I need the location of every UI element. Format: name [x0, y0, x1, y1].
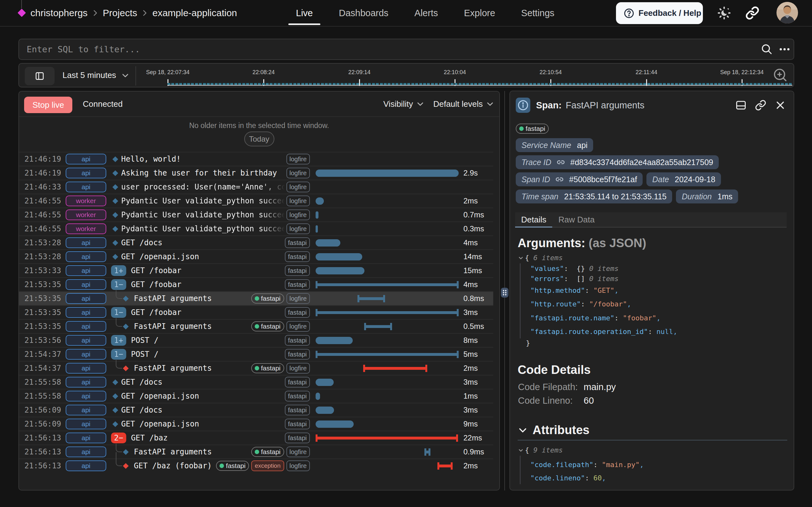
breadcrumb-projects[interactable]: Projects [103, 8, 137, 18]
nav-tab-alerts[interactable]: Alerts [407, 0, 446, 26]
service-tag-api[interactable]: api [66, 418, 106, 429]
service-tag-api[interactable]: api [66, 251, 106, 262]
scope-tag-fastapi[interactable]: fastapi [285, 307, 310, 318]
filter-menu-icon[interactable] [780, 44, 794, 55]
log-row[interactable]: 21:54:37api1−POST /fastapi5ms [19, 347, 493, 361]
log-row[interactable]: 21:46:55workerPydantic User validate_pyt… [19, 208, 493, 222]
scope-tag-fastapi[interactable]: fastapi [285, 279, 310, 290]
log-row[interactable]: 21:56:13apiFastAPI argumentsfastapilogfi… [19, 445, 493, 458]
service-tag-api[interactable]: api [66, 279, 106, 290]
service-tag-worker[interactable]: worker [66, 223, 106, 234]
log-row[interactable]: 21:46:19apiAsking the user for their bir… [19, 166, 493, 180]
service-tag-api[interactable]: api [66, 363, 106, 374]
nav-tab-settings[interactable]: Settings [513, 0, 562, 26]
nav-tab-live[interactable]: Live [288, 0, 320, 26]
theme-toggle-icon[interactable] [717, 6, 731, 20]
scope-tag-fastapi[interactable]: fastapi [285, 405, 310, 415]
log-row[interactable]: 21:54:37apiFastAPI argumentsfastapilogfi… [19, 361, 493, 375]
copy-link-icon[interactable] [745, 6, 759, 20]
scope-tag-fastapi[interactable]: fastapi [285, 237, 310, 248]
service-tag-api[interactable]: api [66, 265, 106, 276]
service-tag-api[interactable]: api [66, 433, 106, 443]
children-count-badge[interactable]: 1− [111, 307, 126, 318]
visibility-dropdown[interactable]: Visibility [383, 99, 424, 109]
log-row[interactable]: 21:46:55workerPydantic User validate_pyt… [19, 222, 493, 235]
breadcrumb-project[interactable]: example-application [152, 8, 237, 18]
fastapi-tag[interactable]: fastapi [251, 293, 284, 303]
children-count-badge[interactable]: 1− [111, 279, 126, 290]
fastapi-tag[interactable]: fastapi [251, 321, 284, 331]
scope-tag-logfire[interactable]: logfire [287, 447, 310, 457]
attributes-heading[interactable]: Attributes [518, 424, 589, 437]
nav-tab-explore[interactable]: Explore [456, 0, 503, 26]
detail-tab-raw-data[interactable]: Raw Data [552, 212, 600, 227]
service-tag-api[interactable]: api [66, 181, 106, 192]
service-tag-api[interactable]: api [66, 321, 106, 332]
service-tag-worker[interactable]: worker [66, 195, 106, 206]
scope-tag-logfire[interactable]: logfire [287, 210, 310, 220]
log-row[interactable]: 21:53:35api1−GET /foobarfastapi4ms [19, 277, 493, 291]
log-row[interactable]: 21:56:13api2−GET /bazfastapi22ms [19, 431, 493, 445]
service-tag-worker[interactable]: worker [66, 210, 106, 220]
scope-tag-fastapi[interactable]: fastapi [285, 418, 310, 429]
log-row[interactable]: 21:56:09apiGET /openapi.jsonfastapi9ms [19, 417, 493, 431]
collapse-caret-icon[interactable] [518, 255, 524, 261]
breadcrumb-org[interactable]: christophergs [31, 8, 88, 18]
scope-tag-logfire[interactable]: logfire [287, 181, 310, 192]
service-tag-api[interactable]: api [66, 377, 106, 388]
service-tag-api[interactable]: api [66, 307, 106, 318]
scope-tag-fastapi[interactable]: fastapi [285, 251, 310, 262]
today-button[interactable]: Today [244, 131, 274, 147]
children-count-badge[interactable]: 1− [111, 349, 126, 360]
default-levels-dropdown[interactable]: Default levels [433, 99, 494, 109]
service-tag-api[interactable]: api [66, 391, 106, 401]
scope-tag-logfire[interactable]: logfire [287, 154, 310, 164]
scope-tag-fastapi[interactable]: fastapi [285, 433, 310, 443]
scope-tag-logfire[interactable]: logfire [287, 168, 310, 178]
service-tag-api[interactable]: api [66, 168, 106, 178]
log-row[interactable]: 21:55:58apiGET /openapi.jsonfastapi1ms [19, 389, 493, 403]
log-row[interactable]: 21:53:35api1−GET /foobarfastapi3ms [19, 305, 493, 319]
log-row[interactable]: 21:55:58apiGET /docsfastapi3ms [19, 375, 493, 389]
search-icon[interactable] [761, 43, 773, 55]
feedback-help-button[interactable]: Feedback / Help [616, 2, 703, 24]
service-tag-api[interactable]: api [66, 405, 106, 415]
fastapi-tag[interactable]: fastapi [216, 461, 249, 471]
detail-tab-details[interactable]: Details [515, 212, 552, 227]
service-tag-api[interactable]: api [66, 154, 106, 164]
user-avatar[interactable] [776, 2, 798, 23]
service-tag-api[interactable]: api [66, 349, 106, 360]
sidebar-toggle-button[interactable] [25, 67, 55, 85]
permalink-icon[interactable] [755, 100, 766, 111]
metadata-chip[interactable]: Trace ID#d834c3374dd6fa2e4aa82a55ab21750… [516, 155, 719, 169]
scope-tag-fastapi[interactable]: fastapi [285, 335, 310, 346]
time-range-select[interactable]: Last 5 minutes [62, 64, 130, 87]
fastapi-tag[interactable]: fastapi [516, 124, 549, 134]
children-count-badge[interactable]: 2− [111, 433, 126, 443]
close-icon[interactable] [774, 100, 786, 111]
log-row[interactable]: 21:46:19apiHello, world!logfire [19, 152, 493, 166]
log-row[interactable]: 21:53:35apiFastAPI argumentsfastapilogfi… [19, 319, 493, 333]
zoom-in-icon[interactable] [773, 68, 788, 82]
log-row[interactable]: 21:46:33apiuser processed: User(name='An… [19, 180, 493, 193]
scope-tag-logfire[interactable]: logfire [287, 195, 310, 206]
service-tag-api[interactable]: api [66, 460, 106, 471]
sql-filter-input[interactable] [19, 39, 794, 59]
scope-tag-fastapi[interactable]: fastapi [285, 391, 310, 401]
stop-live-button[interactable]: Stop live [24, 97, 72, 113]
logfire-logo-icon[interactable] [17, 9, 26, 17]
resize-handle[interactable] [501, 288, 508, 297]
scope-tag-logfire[interactable]: logfire [287, 223, 310, 234]
log-row[interactable]: 21:53:28apiGET /docsfastapi4ms [19, 235, 493, 249]
scope-tag-fastapi[interactable]: fastapi [285, 349, 310, 360]
fastapi-tag[interactable]: fastapi [251, 447, 284, 457]
service-tag-api[interactable]: api [66, 293, 106, 304]
scope-tag-fastapi[interactable]: fastapi [285, 377, 310, 388]
log-row[interactable]: 21:56:09apiGET /docsfastapi3ms [19, 403, 493, 417]
scope-tag-logfire[interactable]: logfire [287, 460, 310, 471]
children-count-badge[interactable]: 1+ [111, 335, 126, 346]
service-tag-api[interactable]: api [66, 237, 106, 248]
children-count-badge[interactable]: 1+ [111, 265, 126, 276]
scope-tag-logfire[interactable]: logfire [287, 293, 310, 304]
dock-panel-icon[interactable] [735, 100, 747, 111]
